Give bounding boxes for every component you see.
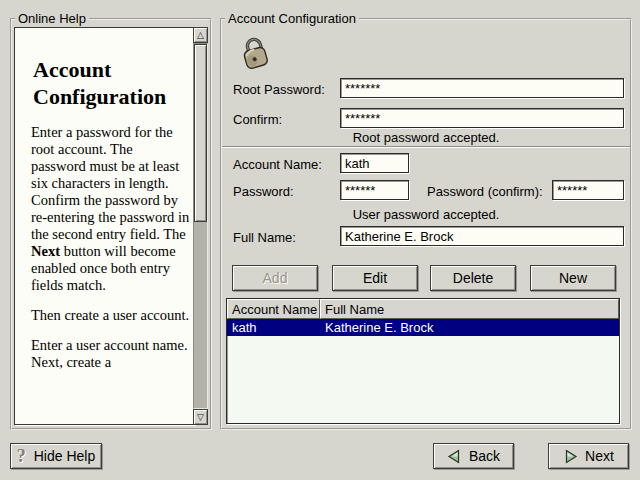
back-label: Back xyxy=(469,448,500,464)
password-confirm-label: Password (confirm): xyxy=(427,184,543,199)
full-name-input[interactable]: Katherine E. Brock xyxy=(340,226,624,246)
delete-button[interactable]: Delete xyxy=(430,265,516,291)
help-text-area: Account Configuration Enter a password f… xyxy=(14,27,195,425)
root-password-input[interactable]: ******* xyxy=(340,78,624,98)
next-label: Next xyxy=(585,448,614,464)
padlock-icon xyxy=(236,34,274,72)
help-paragraph-3: Enter a user account name. Next, create … xyxy=(31,337,190,371)
root-password-status: Root password accepted. xyxy=(222,130,630,145)
scrollbar-thumb[interactable] xyxy=(194,44,207,222)
new-button[interactable]: New xyxy=(530,265,616,291)
installer-screen: Online Help Account Configuration Enter … xyxy=(0,0,640,480)
user-password-label: Password: xyxy=(233,184,294,199)
accounts-table: Account Name Full Name kath Katherine E.… xyxy=(226,298,620,424)
back-arrow-icon xyxy=(447,449,462,464)
help-paragraph-1: Enter a password for the root account. T… xyxy=(31,124,190,294)
scroll-down-button[interactable]: ▽ xyxy=(193,409,208,425)
help-frame-title: Online Help xyxy=(15,11,89,26)
add-button: Add xyxy=(232,265,318,291)
account-name-label: Account Name: xyxy=(233,157,322,172)
table-row[interactable]: kath Katherine E. Brock xyxy=(227,319,619,336)
panel-frame-title: Account Configuration xyxy=(225,11,359,26)
user-password-status: User password accepted. xyxy=(222,207,630,222)
column-header-account-name[interactable]: Account Name xyxy=(227,299,320,319)
column-header-full-name[interactable]: Full Name xyxy=(320,299,619,319)
help-paragraph-2: Then create a user account. xyxy=(31,307,190,324)
account-name-input[interactable]: kath xyxy=(340,153,409,173)
help-next-emphasis: Next xyxy=(31,243,60,259)
help-title: Account Configuration xyxy=(33,56,190,110)
section-separator xyxy=(222,146,630,148)
back-button[interactable]: Back xyxy=(433,443,514,469)
scroll-up-button[interactable]: △ xyxy=(193,27,208,43)
scrollbar-track[interactable] xyxy=(193,43,208,409)
next-arrow-icon xyxy=(563,449,578,464)
root-password-label: Root Password: xyxy=(233,82,325,97)
confirm-password-label: Confirm: xyxy=(233,112,282,127)
hide-help-button[interactable]: ? Hide Help xyxy=(10,443,102,469)
edit-button[interactable]: Edit xyxy=(332,265,418,291)
password-confirm-input[interactable]: ****** xyxy=(552,180,624,200)
table-cell-full-name: Katherine E. Brock xyxy=(320,319,619,336)
scroll-down-icon: ▽ xyxy=(197,413,204,422)
confirm-password-input[interactable]: ******* xyxy=(340,108,624,128)
help-paragraph-1-text: Enter a password for the root account. T… xyxy=(31,124,189,242)
scroll-up-icon: △ xyxy=(197,31,204,40)
full-name-label: Full Name: xyxy=(233,230,296,245)
next-button[interactable]: Next xyxy=(548,443,629,469)
table-cell-account-name: kath xyxy=(227,319,320,336)
help-scrollbar[interactable]: △ ▽ xyxy=(193,27,208,425)
online-help-panel: Online Help Account Configuration Enter … xyxy=(10,18,212,430)
account-configuration-panel: Account Configuration Root Password: ***… xyxy=(220,18,632,430)
hide-help-label: Hide Help xyxy=(34,448,95,464)
user-password-input[interactable]: ****** xyxy=(340,180,409,200)
help-question-icon: ? xyxy=(17,446,26,467)
accounts-table-header: Account Name Full Name xyxy=(227,299,619,319)
